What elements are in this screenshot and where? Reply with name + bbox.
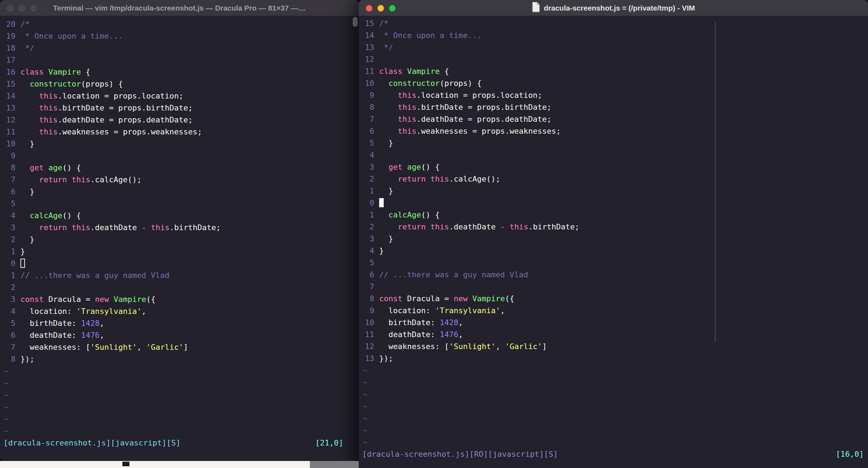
code-line[interactable]: 14 this.location = props.location;: [0, 90, 359, 102]
statusline-position: [21,0]: [315, 437, 343, 449]
document-icon: [532, 2, 540, 14]
code-line[interactable]: 10 }: [0, 138, 359, 150]
code-line[interactable]: 6 this.weaknesses = props.weaknesses;: [359, 125, 868, 137]
vim-editor-left[interactable]: 20/*19 * Once upon a time...18 */1716cla…: [0, 16, 359, 461]
code-line[interactable]: 2 return this.deathDate - this.birthDate…: [359, 221, 868, 233]
code-line[interactable]: 3 get age() {: [359, 161, 868, 173]
code-line[interactable]: 16class Vampire {: [0, 66, 359, 78]
line-number: 15: [2, 78, 15, 90]
macvim-titlebar[interactable]: dracula-screenshot.js = (/private/tmp) -…: [359, 0, 868, 16]
code-line[interactable]: 11class Vampire {: [359, 65, 868, 77]
code-line[interactable]: 3const Dracula = new Vampire({: [0, 293, 359, 305]
vim-cursor: [20, 259, 25, 268]
code-line[interactable]: 10 constructor(props) {: [359, 77, 868, 89]
window-title: Terminal — vim /tmp/dracula-screenshot.j…: [53, 4, 306, 12]
line-number: 17: [2, 54, 15, 66]
line-number: 4: [361, 245, 374, 257]
line-number: 9: [2, 150, 15, 162]
code-line[interactable]: 13 */: [359, 42, 868, 53]
macvim-window[interactable]: dracula-screenshot.js = (/private/tmp) -…: [359, 0, 868, 468]
code-line[interactable]: 7: [359, 281, 868, 293]
line-number: 18: [2, 42, 15, 54]
code-line[interactable]: 3 }: [359, 233, 868, 245]
line-number: 3: [2, 222, 15, 234]
code-line[interactable]: 7 this.deathDate = props.deathDate;: [359, 113, 868, 125]
code-line[interactable]: 4: [359, 149, 868, 161]
vim-editor-right[interactable]: 15/*14 * Once upon a time...13 */1211cla…: [359, 16, 868, 468]
code-line[interactable]: 4}: [359, 245, 868, 257]
background-window-strip: [0, 461, 359, 468]
close-button[interactable]: [7, 5, 14, 12]
scrollbar-indicator[interactable]: [715, 22, 716, 342]
buffer-content: 20/*19 * Once upon a time...18 */1716cla…: [0, 16, 359, 437]
code-line[interactable]: 6 deathDate: 1476,: [0, 329, 359, 341]
code-line[interactable]: 5 birthDate: 1428,: [0, 317, 359, 329]
code-line[interactable]: 1 }: [359, 185, 868, 197]
code-line[interactable]: 19 * Once upon a time...: [0, 30, 359, 42]
code-line[interactable]: 15 constructor(props) {: [0, 78, 359, 90]
minimize-button[interactable]: [377, 5, 384, 12]
line-number: 9: [361, 89, 374, 101]
code-line[interactable]: 12 weaknesses: ['Sunlight', 'Garlic']: [359, 341, 868, 353]
line-number: 2: [361, 173, 374, 185]
line-number: 14: [2, 90, 15, 102]
code-line[interactable]: 5: [0, 198, 359, 210]
code-line[interactable]: 12 this.deathDate = props.deathDate;: [0, 114, 359, 126]
line-number: 13: [361, 42, 374, 53]
vim-cmdline: [0, 449, 359, 461]
code-line[interactable]: 10 birthDate: 1428,: [359, 317, 868, 329]
code-line[interactable]: 11 this.weaknesses = props.weaknesses;: [0, 126, 359, 138]
code-line[interactable]: 6// ...there was a guy named Vlad: [359, 269, 868, 281]
line-number: 1: [361, 209, 374, 221]
vim-cmdline: "/tmp/dracula-screenshot.js" [readonly] …: [359, 460, 868, 468]
code-line[interactable]: 8});: [0, 353, 359, 365]
code-line[interactable]: 8 this.birthDate = props.birthDate;: [359, 101, 868, 113]
code-line[interactable]: 5: [359, 257, 868, 269]
code-line[interactable]: 11 deathDate: 1476,: [359, 329, 868, 341]
code-line[interactable]: 1 calcAge() {: [359, 209, 868, 221]
code-line[interactable]: 2 }: [0, 234, 359, 246]
buffer-content: 15/*14 * Once upon a time...13 */1211cla…: [359, 16, 868, 448]
line-number: 8: [2, 353, 15, 365]
zoom-button[interactable]: [30, 5, 37, 12]
line-number: 5: [2, 317, 15, 329]
code-line[interactable]: 4 calcAge() {: [0, 210, 359, 222]
line-number: 10: [361, 77, 374, 89]
code-line[interactable]: 15/*: [359, 18, 868, 30]
code-line[interactable]: 2: [0, 282, 359, 293]
line-number: 1: [361, 185, 374, 197]
close-button[interactable]: [366, 5, 372, 12]
code-line[interactable]: 1// ...there was a guy named Vlad: [0, 270, 359, 282]
code-line[interactable]: 18 */: [0, 42, 359, 54]
code-line[interactable]: 5 }: [359, 137, 868, 149]
line-number: 3: [361, 233, 374, 245]
zoom-button[interactable]: [389, 5, 396, 12]
code-line[interactable]: 0: [359, 197, 868, 209]
terminal-titlebar[interactable]: Terminal — vim /tmp/dracula-screenshot.j…: [0, 0, 359, 16]
code-line[interactable]: 0: [0, 258, 359, 270]
minimize-button[interactable]: [19, 5, 25, 12]
empty-line-tilde: ~: [359, 400, 868, 412]
code-line[interactable]: 4 location: 'Transylvania',: [0, 305, 359, 317]
code-line[interactable]: 9: [0, 150, 359, 162]
code-line[interactable]: 1}: [0, 246, 359, 258]
code-line[interactable]: 7 return this.calcAge();: [0, 174, 359, 186]
code-line[interactable]: 6 }: [0, 186, 359, 198]
code-line[interactable]: 9 location: 'Transylvania',: [359, 305, 868, 317]
code-line[interactable]: 13});: [359, 353, 868, 365]
code-line[interactable]: 9 this.location = props.location;: [359, 89, 868, 101]
code-line[interactable]: 8const Dracula = new Vampire({: [359, 293, 868, 305]
code-line[interactable]: 2 return this.calcAge();: [359, 173, 868, 185]
line-number: 6: [2, 329, 15, 341]
code-line[interactable]: 12: [359, 53, 868, 65]
code-line[interactable]: 7 weaknesses: ['Sunlight', 'Garlic']: [0, 341, 359, 353]
code-line[interactable]: 13 this.birthDate = props.birthDate;: [0, 102, 359, 114]
code-line[interactable]: 8 get age() {: [0, 162, 359, 174]
code-line[interactable]: 3 return this.deathDate - this.birthDate…: [0, 222, 359, 234]
scrollbar-thumb[interactable]: [353, 17, 358, 27]
code-line[interactable]: 20/*: [0, 18, 359, 30]
line-number: 10: [361, 317, 374, 329]
terminal-window[interactable]: Terminal — vim /tmp/dracula-screenshot.j…: [0, 0, 359, 461]
code-line[interactable]: 14 * Once upon a time...: [359, 30, 868, 42]
code-line[interactable]: 17: [0, 54, 359, 66]
